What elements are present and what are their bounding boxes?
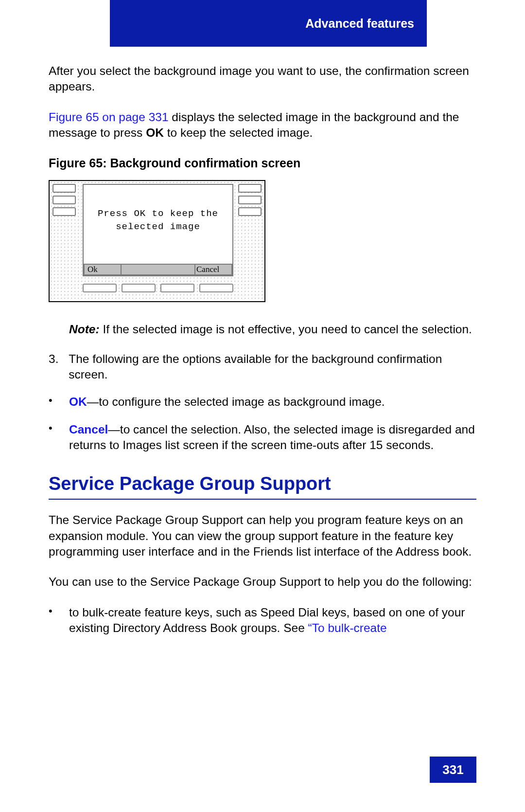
note-block: Note: If the selected image is not effec… xyxy=(69,322,476,337)
phone-message-line2: selected image xyxy=(84,220,232,234)
header-title: Advanced features xyxy=(305,17,414,31)
softkey xyxy=(122,284,156,292)
phone-cancel-softlabel: Cancel xyxy=(194,264,232,275)
bullet-icon: • xyxy=(49,394,69,410)
step-3: 3. The following are the options availab… xyxy=(49,351,476,383)
ok-inline-bold: OK xyxy=(146,126,164,139)
left-sidekeys xyxy=(52,184,76,216)
sidekey xyxy=(238,196,262,204)
phone-main-area: Press OK to keep the selected image Ok C… xyxy=(83,184,233,276)
phone-message: Press OK to keep the selected image xyxy=(84,207,232,233)
bullet-icon: • xyxy=(49,422,69,453)
page-number: 331 xyxy=(442,762,463,777)
figure-cross-reference-link[interactable]: Figure 65 on page 331 xyxy=(49,110,169,124)
section-rule xyxy=(49,499,476,500)
section-paragraph-2: You can use to the Service Package Group… xyxy=(49,574,476,590)
intro-p2b: to keep the selected image. xyxy=(164,126,313,139)
option-ok: • OK—to configure the selected image as … xyxy=(49,394,476,410)
figure-caption: Figure 65: Background confirmation scree… xyxy=(49,155,476,171)
option-ok-label: OK xyxy=(69,395,87,408)
sidekey xyxy=(52,184,76,193)
softkey xyxy=(160,284,194,292)
section-heading: Service Package Group Support xyxy=(49,471,476,496)
softkey-row xyxy=(83,284,233,292)
note-text: If the selected image is not effective, … xyxy=(100,323,472,336)
phone-softlabel-bar xyxy=(122,264,194,275)
bulk-create-cross-reference-link[interactable]: “To bulk-create xyxy=(308,621,387,634)
softkey xyxy=(199,284,233,292)
phone-message-line1: Press OK to keep the xyxy=(84,207,232,220)
sidekey xyxy=(52,207,76,216)
section-bullet-1: • to bulk-create feature keys, such as S… xyxy=(49,605,476,636)
page-number-badge: 331 xyxy=(430,757,476,783)
cancel-label-text: Cancel xyxy=(196,264,219,275)
sidekey xyxy=(238,184,262,193)
option-cancel-text: —to cancel the selection. Also, the sele… xyxy=(69,423,475,451)
intro-paragraph-2: Figure 65 on page 331 displays the selec… xyxy=(49,109,476,141)
ok-label-text: Ok xyxy=(88,264,98,275)
step-number: 3. xyxy=(49,351,69,383)
phone-screen-figure: Press OK to keep the selected image Ok C… xyxy=(49,180,265,302)
sidekey xyxy=(52,196,76,204)
option-cancel: • Cancel—to cancel the selection. Also, … xyxy=(49,422,476,453)
right-sidekeys xyxy=(238,184,262,216)
section-bullet1-text: to bulk-create feature keys, such as Spe… xyxy=(69,606,465,634)
option-ok-text: —to configure the selected image as back… xyxy=(87,395,385,408)
softkey xyxy=(83,284,117,292)
note-label: Note: xyxy=(69,323,100,336)
step-text: The following are the options available … xyxy=(69,351,476,383)
section-paragraph-1: The Service Package Group Support can he… xyxy=(49,512,476,559)
phone-ok-softlabel: Ok xyxy=(84,264,122,275)
bullet-icon: • xyxy=(49,605,69,636)
page-header: Advanced features xyxy=(110,0,427,47)
page-content: After you select the background image yo… xyxy=(49,63,476,648)
intro-paragraph-1: After you select the background image yo… xyxy=(49,63,476,95)
sidekey xyxy=(238,207,262,216)
option-cancel-label: Cancel xyxy=(69,423,108,436)
